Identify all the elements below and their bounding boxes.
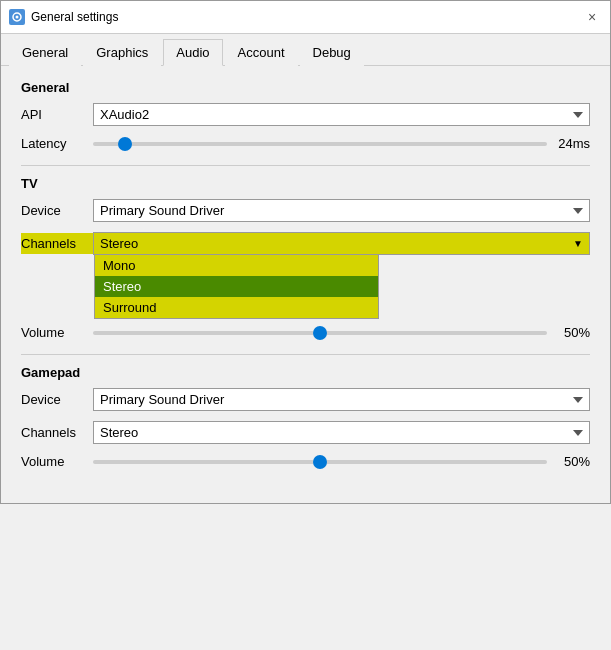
api-select[interactable]: XAudio2 [93,103,590,126]
general-section: General API XAudio2 Latency 24ms [21,80,590,151]
content-area: General API XAudio2 Latency 24ms [1,66,610,503]
tv-device-row: Device Primary Sound Driver [21,199,590,222]
gp-device-control: Primary Sound Driver [93,388,590,411]
title-bar-left: General settings [9,9,118,25]
gp-channels-row: Channels Stereo [21,421,590,444]
gamepad-section: Gamepad Device Primary Sound Driver Chan… [21,365,590,469]
settings-window: General settings × General Graphics Audi… [0,0,611,504]
tv-channels-row: Channels Stereo ▼ Mono Stereo Surround [21,232,590,255]
tv-volume-row: Volume 50% [21,325,590,340]
latency-slider-track [93,142,547,146]
gp-volume-slider-thumb[interactable] [313,455,327,469]
tv-device-select[interactable]: Primary Sound Driver [93,199,590,222]
tv-volume-value: 50% [555,325,590,340]
gp-volume-control: 50% [93,454,590,469]
divider-2 [21,354,590,355]
tv-section: TV Device Primary Sound Driver Channels … [21,176,590,340]
gp-device-select[interactable]: Primary Sound Driver [93,388,590,411]
tv-channels-dropdown[interactable]: Stereo ▼ Mono Stereo Surround [93,232,590,255]
latency-control: 24ms [93,136,590,151]
tab-graphics[interactable]: Graphics [83,39,161,66]
tv-channels-dropdown-list: Mono Stereo Surround [94,254,379,319]
tab-debug[interactable]: Debug [300,39,364,66]
tab-account[interactable]: Account [225,39,298,66]
gamepad-section-label: Gamepad [21,365,590,380]
chevron-down-icon: ▼ [573,238,583,249]
tv-section-label: TV [21,176,590,191]
tv-device-label: Device [21,203,93,218]
tv-volume-slider-thumb[interactable] [313,326,327,340]
gp-device-label: Device [21,392,93,407]
dropdown-item-mono[interactable]: Mono [95,255,378,276]
settings-icon [9,9,25,25]
gp-volume-label: Volume [21,454,93,469]
tv-volume-label: Volume [21,325,93,340]
gp-volume-slider-track [93,460,547,464]
tv-volume-control: 50% [93,325,590,340]
tabs-bar: General Graphics Audio Account Debug [1,34,610,66]
title-bar: General settings × [1,1,610,34]
gp-volume-row: Volume 50% [21,454,590,469]
dropdown-item-surround[interactable]: Surround [95,297,378,318]
latency-row: Latency 24ms [21,136,590,151]
close-button[interactable]: × [582,7,602,27]
tab-general[interactable]: General [9,39,81,66]
dropdown-item-stereo[interactable]: Stereo [95,276,378,297]
latency-label: Latency [21,136,93,151]
tv-channels-label: Channels [21,233,93,254]
svg-point-1 [16,16,19,19]
api-control: XAudio2 [93,103,590,126]
divider-1 [21,165,590,166]
latency-value: 24ms [555,136,590,151]
latency-slider-thumb[interactable] [118,137,132,151]
tv-volume-slider-track [93,331,547,335]
tv-device-control: Primary Sound Driver [93,199,590,222]
tab-audio[interactable]: Audio [163,39,222,66]
api-label: API [21,107,93,122]
api-row: API XAudio2 [21,103,590,126]
gp-channels-select[interactable]: Stereo [93,421,590,444]
tv-channels-selected[interactable]: Stereo ▼ [94,233,589,254]
gp-device-row: Device Primary Sound Driver [21,388,590,411]
gp-channels-label: Channels [21,425,93,440]
general-section-label: General [21,80,590,95]
gp-volume-value: 50% [555,454,590,469]
tv-channels-value: Stereo [100,236,138,251]
window-title: General settings [31,10,118,24]
tv-channels-control: Stereo ▼ Mono Stereo Surround [93,232,590,255]
gp-channels-control: Stereo [93,421,590,444]
